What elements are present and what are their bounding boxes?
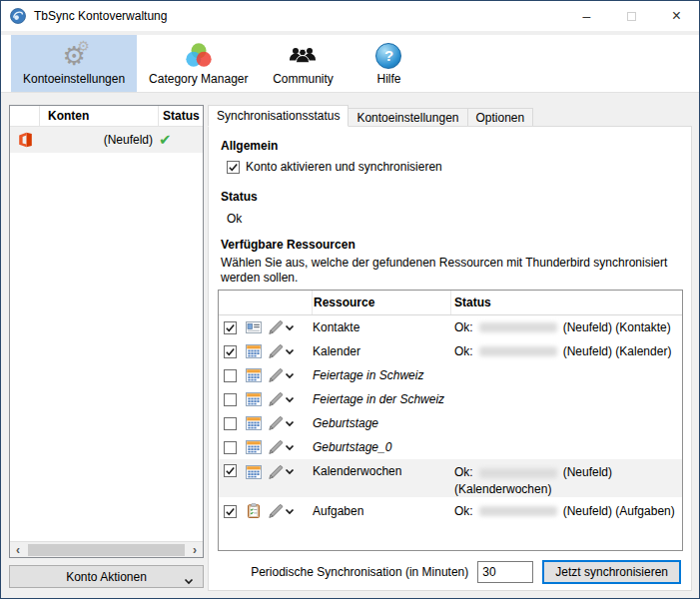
sync-interval-input[interactable] xyxy=(477,561,533,583)
tbsync-window: TbSync Kontoverwaltung – × ⚙⚙Kontoeinste… xyxy=(0,0,700,599)
settings-panel: Allgemein Konto aktivieren und synchroni… xyxy=(208,126,692,591)
chevron-down-icon[interactable] xyxy=(285,464,295,478)
edit-pencil-icon[interactable] xyxy=(268,439,284,455)
enable-account-checkbox-row[interactable]: Konto aktivieren und synchronisieren xyxy=(227,160,442,174)
resource-status-suffix: (Neufeld) (Kontakte) xyxy=(563,320,671,334)
chevron-down-icon[interactable] xyxy=(285,392,295,406)
resource-checkbox[interactable] xyxy=(224,321,237,334)
edit-pencil-icon[interactable] xyxy=(268,391,284,407)
edit-pencil-icon[interactable] xyxy=(268,343,284,359)
resource-checkbox[interactable] xyxy=(224,417,237,430)
resource-name: Kalender xyxy=(313,344,451,358)
titlebar: TbSync Kontoverwaltung – × xyxy=(1,1,699,31)
chevron-down-icon[interactable] xyxy=(285,504,295,518)
toolbar-item-label: Kontoeinstellungen xyxy=(23,72,125,86)
toolbar-item-kontoeinstellungen[interactable]: ⚙⚙Kontoeinstellungen xyxy=(11,35,137,92)
account-actions-label: Konto Aktionen xyxy=(66,570,147,584)
chevron-down-icon[interactable] xyxy=(285,416,295,430)
general-heading: Allgemein xyxy=(221,139,278,153)
resource-row[interactable]: KontakteOk:(Neufeld) (Kontakte) xyxy=(219,315,682,339)
tab-strip: SynchronisationsstatusKontoeinstellungen… xyxy=(208,105,532,127)
scroll-right-icon[interactable]: › xyxy=(187,543,203,557)
chevron-down-icon[interactable] xyxy=(285,320,295,334)
enable-account-label: Konto aktivieren und synchronisieren xyxy=(246,160,442,174)
edit-pencil-icon[interactable] xyxy=(268,464,284,480)
calendar-icon xyxy=(246,343,262,359)
resource-row[interactable]: KalenderOk:(Neufeld) (Kalender) xyxy=(219,339,682,363)
accounts-status-column-header[interactable]: Status xyxy=(159,106,203,126)
resource-row[interactable]: Feiertage in Schweiz xyxy=(219,363,682,387)
account-row[interactable]: (Neufeld)✔ xyxy=(10,127,203,153)
tbsync-logo-icon xyxy=(10,8,26,24)
office-icon xyxy=(10,132,40,148)
resource-checkbox[interactable] xyxy=(224,369,237,382)
resource-status-prefix: Ok: xyxy=(454,465,473,479)
resource-row[interactable]: KalenderwochenOk:(Neufeld)(Kalenderwoche… xyxy=(219,459,682,497)
redacted-text xyxy=(479,322,557,332)
resource-status-prefix: Ok: xyxy=(454,320,473,334)
accounts-rows: (Neufeld)✔ xyxy=(10,127,203,153)
resource-status-suffix: (Neufeld) (Aufgaben) xyxy=(563,504,675,518)
community-icon xyxy=(288,39,318,72)
edit-pencil-icon[interactable] xyxy=(268,319,284,335)
toolbar-item-label: Community xyxy=(273,72,334,86)
scroll-left-icon[interactable]: ‹ xyxy=(10,543,26,557)
resource-name: Geburtstage xyxy=(313,416,451,430)
maximize-icon xyxy=(627,12,636,21)
chevron-down-icon[interactable] xyxy=(285,368,295,382)
resource-row[interactable]: Geburtstage_0 xyxy=(219,435,682,459)
accounts-name-column-header[interactable]: Konten xyxy=(40,106,159,126)
resource-name: Feiertage in Schweiz xyxy=(313,368,451,382)
accounts-list-header: Konten Status xyxy=(10,106,203,127)
status-heading: Status xyxy=(221,190,258,204)
toolbar-item-label: Hilfe xyxy=(376,72,400,86)
sync-now-button[interactable]: Jetzt synchronisieren xyxy=(542,560,681,584)
resource-status-prefix: Ok: xyxy=(454,344,473,358)
resource-status: Ok:(Neufeld) (Kalender) xyxy=(451,343,682,360)
resources-table-header: Ressource Status xyxy=(219,291,682,315)
resource-name: Aufgaben xyxy=(313,504,451,518)
edit-pencil-icon[interactable] xyxy=(268,415,284,431)
resource-status-suffix: (Neufeld) (Kalender) xyxy=(563,344,672,358)
maximize-button[interactable] xyxy=(609,1,654,31)
tab-kontoeinstellungen[interactable]: Kontoeinstellungen xyxy=(348,108,467,127)
resource-checkbox[interactable] xyxy=(224,345,237,358)
toolbar-item-category-manager[interactable]: Category Manager xyxy=(137,35,260,92)
resource-checkbox[interactable] xyxy=(224,393,237,406)
horizontal-scrollbar[interactable]: ‹ › xyxy=(10,541,203,557)
tab-synchronisationsstatus[interactable]: Synchronisationsstatus xyxy=(208,105,349,127)
resource-column-header[interactable]: Ressource xyxy=(313,291,451,314)
edit-pencil-icon[interactable] xyxy=(268,367,284,383)
close-button[interactable]: × xyxy=(654,1,699,31)
gears-icon: ⚙⚙ xyxy=(62,39,85,72)
chevron-down-icon[interactable] xyxy=(285,440,295,454)
edit-pencil-icon[interactable] xyxy=(268,503,284,519)
status-column-header[interactable]: Status xyxy=(451,291,682,314)
tab-optionen[interactable]: Optionen xyxy=(467,108,534,127)
resource-checkbox[interactable] xyxy=(224,441,237,454)
main-area: Konten Status (Neufeld)✔ ‹ › Konto Aktio… xyxy=(1,94,699,598)
resource-status-line2: (Kalenderwochen) xyxy=(454,481,682,498)
resource-row[interactable]: Feiertage in der Schweiz xyxy=(219,387,682,411)
minimize-button[interactable]: – xyxy=(564,1,609,31)
resource-checkbox[interactable] xyxy=(224,505,237,518)
account-actions-button[interactable]: Konto Aktionen xyxy=(9,565,204,588)
toolbar-item-hilfe[interactable]: ?Hilfe xyxy=(346,35,431,92)
resources-rows: KontakteOk:(Neufeld) (Kontakte)KalenderO… xyxy=(219,315,682,525)
resource-status-prefix: Ok: xyxy=(454,504,473,518)
resource-checkbox[interactable] xyxy=(224,464,237,477)
window-title: TbSync Kontoverwaltung xyxy=(34,9,167,23)
status-value: Ok xyxy=(227,212,242,226)
chevron-down-icon[interactable] xyxy=(285,344,295,358)
redacted-text xyxy=(479,346,557,356)
resource-row[interactable]: AufgabenOk:(Neufeld) (Aufgaben) xyxy=(219,497,682,525)
resource-row[interactable]: Geburtstage xyxy=(219,411,682,435)
resource-name: Feiertage in der Schweiz xyxy=(313,392,451,406)
enable-account-checkbox[interactable] xyxy=(227,161,240,174)
help-icon: ? xyxy=(375,39,401,72)
resource-name: Geburtstage_0 xyxy=(313,440,451,454)
toolbar-item-community[interactable]: Community xyxy=(260,35,346,92)
resource-name: Kalenderwochen xyxy=(313,464,451,478)
scrollbar-thumb[interactable] xyxy=(28,544,185,556)
redacted-text xyxy=(479,468,557,478)
